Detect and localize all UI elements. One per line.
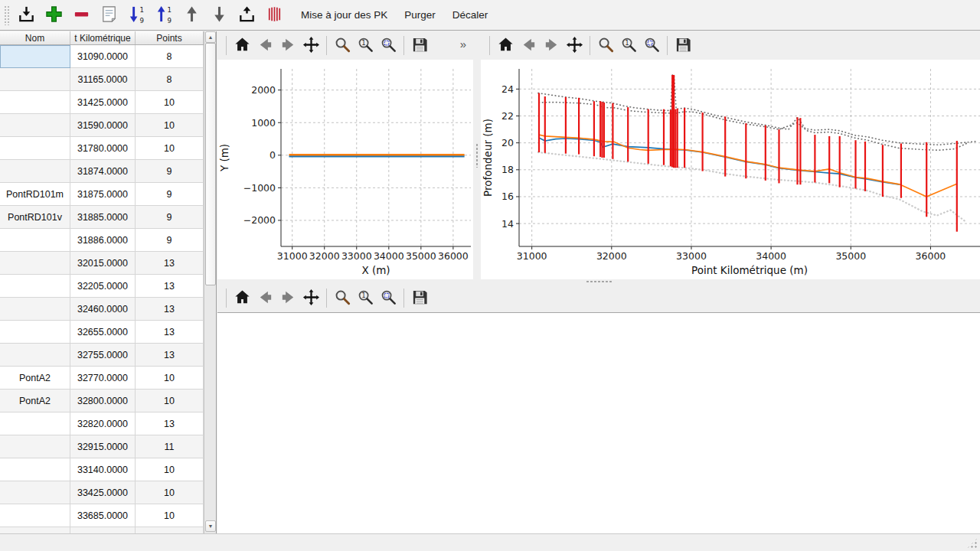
table-row[interactable]: 32205.000013 — [0, 275, 204, 298]
cell-nom[interactable] — [0, 252, 70, 275]
cell-pk[interactable]: 31874.0000 — [70, 160, 136, 183]
table-row[interactable]: 32820.000013 — [0, 412, 204, 435]
cell-points[interactable]: 10 — [136, 114, 204, 137]
cell-points[interactable]: 10 — [136, 458, 204, 481]
scroll-down-arrow-icon[interactable]: ▼ — [205, 520, 216, 532]
note-button[interactable] — [97, 2, 121, 28]
cell-points[interactable]: 10 — [136, 137, 204, 160]
cell-pk[interactable]: 31090.0000 — [70, 45, 136, 68]
cell-pk[interactable] — [70, 527, 136, 533]
cell-pk[interactable]: 31780.0000 — [70, 137, 136, 160]
cell-nom[interactable]: PontRD101m — [0, 183, 70, 206]
table-row[interactable]: 33140.000010 — [0, 458, 204, 481]
cell-points[interactable]: 13 — [136, 298, 204, 321]
sort-desc-button[interactable]: 19 — [125, 2, 149, 28]
zoom-one-button[interactable]: 1 — [354, 286, 377, 310]
table-row[interactable]: 32015.000013 — [0, 252, 204, 275]
forward-button[interactable] — [276, 286, 299, 310]
cell-pk[interactable]: 33425.0000 — [70, 481, 136, 504]
cell-points[interactable]: 8 — [136, 45, 204, 68]
cell-nom[interactable] — [0, 527, 70, 533]
cell-pk[interactable]: 31425.0000 — [70, 91, 136, 114]
table-row[interactable]: PontRD101m31875.00009 — [0, 183, 204, 206]
cell-nom[interactable] — [0, 137, 70, 160]
resize-grip-icon[interactable] — [967, 538, 978, 549]
cell-points[interactable]: 10 — [136, 91, 204, 114]
table-row[interactable]: 32655.000013 — [0, 321, 204, 344]
cell-nom[interactable] — [0, 298, 70, 321]
cell-points[interactable]: 9 — [136, 229, 204, 252]
zoom-button[interactable] — [331, 286, 354, 310]
save-button[interactable] — [408, 34, 431, 57]
cell-pk[interactable]: 32770.0000 — [70, 367, 136, 390]
move-up-button[interactable] — [180, 2, 204, 28]
table-row[interactable]: 31780.000010 — [0, 137, 204, 160]
toolbar-overflow-button[interactable]: » — [456, 37, 471, 51]
pk-update-button[interactable] — [263, 2, 286, 28]
cell-points[interactable]: 10 — [136, 367, 204, 390]
table-row[interactable]: PontA232800.000010 — [0, 390, 204, 412]
scrollbar-thumb[interactable] — [205, 43, 216, 285]
cell-points[interactable]: 10 — [136, 481, 204, 504]
cell-nom[interactable]: PontA2 — [0, 390, 70, 412]
back-button[interactable] — [253, 34, 276, 57]
zoom-select-button[interactable] — [377, 34, 400, 57]
table-row[interactable]: 31590.000010 — [0, 114, 204, 137]
cell-nom[interactable] — [0, 114, 70, 137]
home-button[interactable] — [230, 286, 253, 310]
forward-button[interactable] — [540, 34, 563, 57]
cell-nom[interactable] — [0, 481, 70, 504]
cell-points[interactable]: 13 — [136, 344, 204, 367]
save-button[interactable] — [408, 286, 431, 310]
cell-nom[interactable] — [0, 68, 70, 91]
cell-pk[interactable]: 31165.0000 — [70, 68, 136, 91]
cell-pk[interactable]: 32655.0000 — [70, 321, 136, 344]
cell-nom[interactable]: PontA2 — [0, 367, 70, 390]
cell-pk[interactable]: 31590.0000 — [70, 114, 136, 137]
zoom-one-button[interactable]: 1 — [617, 34, 640, 57]
cell-points[interactable]: 13 — [136, 275, 204, 298]
zoom-button[interactable] — [331, 34, 354, 57]
zoom-one-button[interactable]: 1 — [354, 34, 377, 57]
cell-pk[interactable]: 32015.0000 — [70, 252, 136, 275]
cell-points[interactable]: 11 — [136, 435, 204, 458]
cell-pk[interactable]: 33685.0000 — [70, 504, 136, 527]
table-row[interactable]: 31874.00009 — [0, 160, 204, 183]
table-row[interactable]: 33425.000010 — [0, 481, 204, 504]
cell-nom[interactable] — [0, 435, 70, 458]
pan-button[interactable] — [563, 34, 586, 57]
vertical-splitter[interactable] — [473, 31, 481, 279]
cell-nom[interactable] — [0, 458, 70, 481]
cell-nom[interactable] — [0, 91, 70, 114]
column-header-points[interactable]: Points — [136, 31, 204, 44]
sort-asc-button[interactable]: 19 — [152, 2, 176, 28]
zoom-select-button[interactable] — [640, 34, 663, 57]
cell-nom[interactable]: PontRD101v — [0, 206, 70, 229]
cell-points[interactable]: 9 — [136, 160, 204, 183]
table-row[interactable]: PontRD101v31885.00009 — [0, 206, 204, 229]
column-header-point-kilometrique[interactable]: t Kilométrique — [70, 31, 136, 44]
cell-nom[interactable] — [0, 412, 70, 435]
cell-pk[interactable]: 32915.0000 — [70, 435, 136, 458]
table-scrollbar[interactable]: ▲ ▼ — [204, 31, 216, 533]
scroll-up-arrow-icon[interactable]: ▲ — [205, 31, 216, 43]
table-row[interactable]: PontA232770.000010 — [0, 367, 204, 390]
cell-pk[interactable]: 32800.0000 — [70, 390, 136, 412]
cell-points[interactable]: 13 — [136, 412, 204, 435]
zoom-button[interactable] — [594, 34, 617, 57]
move-down-button[interactable] — [207, 2, 231, 28]
decaler-button[interactable]: Décaler — [444, 4, 497, 26]
cell-pk[interactable]: 31886.0000 — [70, 229, 136, 252]
cell-nom[interactable] — [0, 344, 70, 367]
zoom-select-button[interactable] — [377, 286, 400, 310]
toolbar-drag-handle[interactable] — [4, 5, 10, 25]
cell-points[interactable]: 9 — [136, 206, 204, 229]
mise-a-jour-des-pk-button[interactable]: Mise à jour des PK — [292, 4, 396, 26]
table-row[interactable]: 31090.00008 — [0, 45, 204, 68]
table-row[interactable]: 31886.00009 — [0, 229, 204, 252]
cell-pk[interactable]: 31875.0000 — [70, 183, 136, 206]
cell-points[interactable] — [136, 527, 204, 533]
export-button[interactable] — [235, 2, 259, 28]
cell-nom[interactable] — [0, 321, 70, 344]
table-row[interactable]: 32460.000013 — [0, 298, 204, 321]
